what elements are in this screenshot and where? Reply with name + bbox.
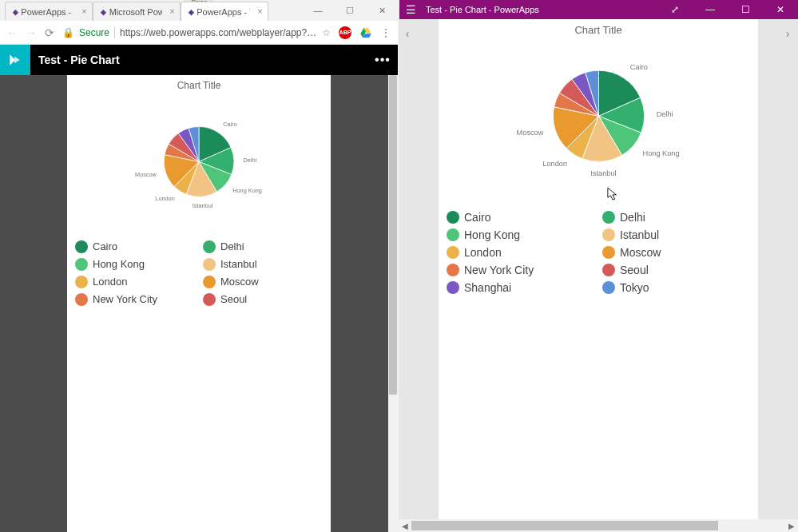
prev-screen-icon[interactable]: ‹	[400, 27, 415, 40]
minimize-button[interactable]: —	[313, 6, 323, 15]
browser-omnibar: ← → ⟳ 🔒 Secure https://web.powerapps.com…	[0, 21, 398, 45]
chart-title: Chart Title	[439, 19, 758, 38]
maximize-button[interactable]: ☐	[345, 6, 355, 16]
abp-extension-icon[interactable]: ABP	[339, 26, 351, 39]
chrome-window-controls: — ☐ ✕	[286, 0, 398, 21]
legend-label: Seoul	[220, 293, 247, 305]
nav-reload-icon[interactable]: ⟳	[45, 26, 54, 39]
legend-item-hong-kong[interactable]: Hong Kong	[447, 228, 599, 241]
legend-item-seoul[interactable]: Seoul	[203, 293, 328, 306]
close-icon[interactable]: ×	[80, 6, 89, 15]
legend-item-moscow[interactable]: Moscow	[602, 246, 755, 259]
chart-title: Chart Title	[67, 75, 331, 93]
legend-swatch-icon	[447, 264, 459, 276]
legend-label: Istanbul	[620, 228, 659, 241]
hamburger-menu-icon[interactable]: ☰	[399, 3, 423, 16]
horizontal-scrollbar[interactable]: ◀ ▶	[399, 519, 798, 532]
browser-window: Briar ◈ PowerApps - Bitmon a × ◈ Microso…	[0, 0, 399, 532]
minimize-button[interactable]: —	[693, 4, 728, 15]
slice-label-cairo: Cairo	[629, 63, 647, 71]
powerapps-logo-button[interactable]	[0, 45, 30, 75]
slice-label-hong-kong: Hong Kong	[232, 187, 262, 194]
legend-label: Hong Kong	[464, 228, 520, 241]
chart-legend-web: CairoDelhiHong KongIstanbulLondonMoscowN…	[67, 234, 331, 310]
browser-tab-1[interactable]: ◈ Microsoft PowerApps ×	[93, 2, 181, 21]
nav-forward-icon[interactable]: →	[26, 26, 37, 39]
more-menu-button[interactable]: •••	[367, 53, 398, 67]
legend-swatch-icon	[447, 228, 459, 241]
kebab-menu-icon[interactable]: ⋮	[380, 26, 391, 39]
slice-label-istanbul: Istanbul	[590, 169, 616, 177]
legend-label: Moscow	[220, 276, 259, 288]
tab-label: PowerApps - Bitmon a	[21, 7, 74, 17]
legend-swatch-icon	[75, 293, 88, 306]
close-icon[interactable]: ×	[256, 6, 264, 15]
legend-swatch-icon	[447, 246, 459, 259]
bookmark-star-icon[interactable]: ☆	[322, 27, 331, 38]
close-icon[interactable]: ×	[168, 6, 177, 15]
legend-item-london[interactable]: London	[75, 276, 200, 288]
browser-tab-0[interactable]: ◈ PowerApps - Bitmon a ×	[5, 2, 93, 21]
powerapps-web-header: Test - Pie Chart •••	[0, 45, 398, 75]
legend-label: Hong Kong	[93, 258, 145, 270]
scroll-track[interactable]	[411, 519, 785, 532]
chart-legend-desktop: CairoDelhiHong KongIstanbulLondonMoscowN…	[439, 204, 758, 300]
slice-label-london: London	[155, 195, 174, 202]
url-text: https://web.powerapps.com/webplayer/app?…	[120, 27, 317, 38]
powerapps-web-stage: Chart Title CairoDelhiHong KongIstanbulL…	[0, 75, 398, 532]
nav-back-icon[interactable]: ←	[6, 26, 18, 39]
legend-item-new-york-city[interactable]: New York City	[75, 293, 200, 306]
powerapps-favicon: ◈	[188, 8, 193, 16]
legend-swatch-icon	[447, 211, 459, 224]
scroll-right-icon[interactable]: ▶	[785, 522, 798, 530]
powerapps-desktop-window: ☰ Test - Pie Chart - PowerApps ⤢ — ☐ ✕ ‹…	[399, 0, 798, 532]
pie-chart-svg: CairoDelhiHong KongIstanbulLondonMoscow	[123, 97, 275, 226]
address-bar[interactable]: 🔒 Secure https://web.powerapps.com/webpl…	[62, 25, 331, 41]
close-button[interactable]: ✕	[377, 6, 387, 16]
svg-marker-4	[14, 57, 20, 63]
legend-item-istanbul[interactable]: Istanbul	[203, 258, 328, 271]
legend-item-london[interactable]: London	[447, 246, 599, 259]
legend-item-cairo[interactable]: Cairo	[75, 240, 200, 253]
legend-swatch-icon	[602, 281, 615, 294]
svg-marker-3	[10, 54, 15, 65]
app-title: Test - Pie Chart	[30, 54, 367, 66]
next-screen-icon[interactable]: ›	[780, 27, 795, 40]
scroll-thumb[interactable]	[411, 521, 718, 530]
powerapps-canvas-desktop: Chart Title CairoDelhiHong KongIstanbulL…	[439, 19, 758, 519]
google-drive-extension-icon[interactable]	[359, 26, 372, 39]
secure-label: Secure	[79, 27, 109, 38]
legend-swatch-icon	[203, 240, 216, 253]
expand-button[interactable]: ⤢	[657, 4, 693, 15]
scroll-left-icon[interactable]: ◀	[399, 522, 411, 530]
slice-label-cairo: Cairo	[223, 121, 236, 128]
legend-item-istanbul[interactable]: Istanbul	[602, 228, 755, 241]
legend-item-delhi[interactable]: Delhi	[602, 211, 755, 224]
legend-item-hong-kong[interactable]: Hong Kong	[75, 258, 200, 271]
tab-label: Microsoft PowerApps	[109, 7, 162, 17]
lock-icon: 🔒	[62, 27, 74, 38]
legend-label: New York City	[93, 293, 157, 305]
powerapps-canvas: Chart Title CairoDelhiHong KongIstanbulL…	[67, 75, 331, 532]
legend-item-delhi[interactable]: Delhi	[203, 240, 328, 253]
browser-tab-2[interactable]: ◈ PowerApps - Test - Pie ×	[181, 2, 268, 21]
legend-item-new-york-city[interactable]: New York City	[447, 264, 599, 276]
legend-swatch-icon	[203, 293, 216, 306]
slice-label-moscow: Moscow	[135, 171, 157, 178]
legend-label: Seoul	[620, 264, 649, 276]
vertical-scrollbar-thumb[interactable]	[389, 75, 397, 395]
slice-label-istanbul: Istanbul	[193, 202, 213, 209]
legend-item-seoul[interactable]: Seoul	[602, 264, 755, 276]
close-button[interactable]: ✕	[763, 4, 798, 15]
legend-item-tokyo[interactable]: Tokyo	[602, 281, 755, 294]
legend-swatch-icon	[75, 258, 88, 271]
legend-item-moscow[interactable]: Moscow	[203, 276, 328, 288]
legend-label: Istanbul	[220, 258, 257, 270]
legend-item-cairo[interactable]: Cairo	[447, 211, 599, 224]
legend-swatch-icon	[602, 211, 615, 224]
pie-chart-web: CairoDelhiHong KongIstanbulLondonMoscow	[67, 93, 331, 234]
maximize-button[interactable]: ☐	[728, 4, 763, 15]
legend-label: Cairo	[464, 211, 490, 224]
legend-item-shanghai[interactable]: Shanghai	[447, 281, 599, 294]
pie-chart-svg: CairoDelhiHong KongIstanbulLondonMoscow	[505, 42, 693, 197]
